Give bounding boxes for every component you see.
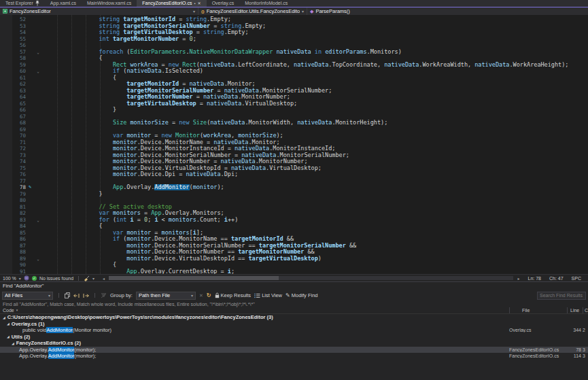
code-line[interactable]: 83⌄ for (int i = 0; i < monitors.Count; … bbox=[0, 217, 588, 224]
result-row[interactable]: public void AddMonitor(Monitor monitor)O… bbox=[0, 327, 588, 334]
code-line[interactable]: 52 string targetMonitorId = string.Empty… bbox=[0, 16, 588, 23]
code-column-header[interactable]: Code▾ bbox=[0, 307, 509, 313]
code-line[interactable]: 55 int targetMonitorNumber = 0; bbox=[0, 36, 588, 43]
scope-dropdown[interactable]: All Files ▾ bbox=[2, 292, 53, 300]
line-number[interactable]: 58 bbox=[12, 55, 26, 62]
code-line[interactable]: 86 if (monitor.Device.MonitorName == tar… bbox=[0, 236, 588, 243]
previous-location-icon[interactable] bbox=[73, 293, 80, 298]
line-number[interactable]: 60 bbox=[12, 68, 26, 75]
line-number[interactable]: 90 bbox=[12, 262, 26, 269]
tab-monitorinfomodel-cs[interactable]: MonitorInfoModel.cs bbox=[239, 0, 293, 7]
code-line[interactable]: 65 targetVirtualDesktop = nativeData.Vir… bbox=[0, 101, 588, 107]
code-line[interactable]: 61 { bbox=[0, 75, 588, 82]
code-line[interactable]: 78✎ App.Overlay.AddMonitor(monitor); bbox=[0, 184, 588, 191]
result-group-row[interactable]: ◢FancyZonesEditorIO.cs (2) bbox=[0, 340, 588, 347]
code-line[interactable]: 67 bbox=[0, 114, 588, 120]
code-line[interactable]: 81 // Set active desktop bbox=[0, 204, 588, 211]
line-number[interactable]: 81 bbox=[12, 204, 26, 211]
code-line[interactable]: 90 { bbox=[0, 262, 588, 269]
expand-triangle-icon[interactable]: ◢ bbox=[7, 334, 10, 339]
project-dropdown[interactable]: FancyZonesEditor ▾ bbox=[0, 7, 198, 15]
chevron-down-icon[interactable]: ▾ bbox=[92, 276, 94, 281]
code-line[interactable]: 62 targetMonitorId = nativeData.Monitor; bbox=[0, 81, 588, 88]
code-line[interactable]: 84 { bbox=[0, 223, 588, 230]
tab-app-xaml-cs[interactable]: App.xaml.cs bbox=[45, 0, 82, 7]
code-line[interactable]: 73 monitor.Device.MonitorSerialNumber = … bbox=[0, 152, 588, 159]
line-number[interactable]: 71 bbox=[12, 139, 26, 146]
line-number[interactable]: 86 bbox=[12, 236, 26, 243]
fold-chevron-icon[interactable]: ⌄ bbox=[34, 68, 42, 75]
code-line[interactable]: 71 monitor.Device.MonitorName = nativeDa… bbox=[0, 139, 588, 146]
line-number[interactable]: 84 bbox=[12, 223, 26, 230]
line-number[interactable]: 56 bbox=[12, 42, 26, 49]
line-number[interactable]: 55 bbox=[12, 36, 26, 43]
scroll-right-icon[interactable]: ▸ bbox=[517, 276, 519, 281]
expand-triangle-icon[interactable]: ◢ bbox=[7, 322, 10, 326]
zoom-chevron-icon[interactable]: ▾ bbox=[19, 276, 21, 281]
result-group-row[interactable]: ◢Overlay.cs (1) bbox=[0, 321, 588, 328]
line-number[interactable]: 87 bbox=[12, 243, 26, 249]
line-number[interactable]: 76 bbox=[12, 171, 26, 178]
column-column-header[interactable]: C bbox=[583, 307, 588, 313]
line-number[interactable]: 70 bbox=[12, 133, 26, 139]
code-line[interactable]: 68 Size monitorSize = new Size(nativeDat… bbox=[0, 120, 588, 126]
result-group-row[interactable]: ◢C:\Users\zhaopengwang\Desktop\powertoys… bbox=[0, 314, 588, 321]
code-line[interactable]: 76 monitor.Device.Dpi = nativeData.Dpi; bbox=[0, 171, 588, 178]
chevron-down-icon[interactable]: ▾ bbox=[302, 9, 304, 14]
file-column-header[interactable]: File bbox=[509, 307, 567, 313]
code-line[interactable]: 64 targetMonitorNumber = nativeData.Moni… bbox=[0, 94, 588, 101]
tab-mainwindow-xaml-cs[interactable]: MainWindow.xaml.cs bbox=[82, 0, 137, 7]
code-line[interactable]: 85 var monitor = monitors[i]; bbox=[0, 230, 588, 237]
tab-overlay-cs[interactable]: Overlay.cs bbox=[207, 0, 240, 7]
line-column-header[interactable]: Line bbox=[567, 307, 583, 313]
line-number[interactable]: 59 bbox=[12, 62, 26, 69]
line-number[interactable]: 62 bbox=[12, 81, 26, 88]
type-dropdown[interactable]: {} FancyZonesEditor.Utils.FancyZonesEdit… bbox=[198, 7, 307, 15]
horizontal-scrollbar[interactable] bbox=[109, 276, 513, 280]
scroll-left-icon[interactable]: ◂ bbox=[103, 276, 105, 281]
code-line[interactable]: 53 string targetMonitorSerialNumber = st… bbox=[0, 23, 588, 30]
code-line[interactable]: 69 bbox=[0, 126, 588, 133]
code-cleanup-icon[interactable] bbox=[84, 275, 90, 281]
expand-triangle-icon[interactable]: ◢ bbox=[3, 315, 5, 319]
line-number[interactable]: 54 bbox=[12, 29, 26, 36]
modify-find-button[interactable]: ✎ Modify Find bbox=[286, 292, 317, 298]
code-line[interactable]: 91 App.Overlay.CurrentDesktop = i; bbox=[0, 269, 588, 275]
line-number[interactable]: 75 bbox=[12, 165, 26, 172]
code-line[interactable]: 89⌄ monitor.Device.VirtualDesktopId == t… bbox=[0, 256, 588, 262]
code-line[interactable]: 82 var monitors = App.Overlay.Monitors; bbox=[0, 210, 588, 217]
line-number[interactable]: 63 bbox=[12, 88, 26, 94]
line-number[interactable]: 57 bbox=[12, 49, 26, 56]
refresh-icon[interactable]: ↻ bbox=[207, 293, 211, 298]
line-number[interactable]: 65 bbox=[12, 101, 26, 107]
group-by-dropdown[interactable]: Path then File ▾ bbox=[136, 292, 196, 300]
line-number[interactable]: 64 bbox=[12, 94, 26, 101]
code-line[interactable]: 75 monitor.Device.VirtualDesktopId = nat… bbox=[0, 165, 588, 172]
line-number[interactable]: 79 bbox=[12, 191, 26, 198]
tab-fancyzoneseditorio-cs[interactable]: FancyZonesEditorIO.cs•✕ bbox=[137, 0, 206, 7]
code-line[interactable]: 72 monitor.Device.MonitorInstanceId = na… bbox=[0, 145, 588, 152]
result-group-row[interactable]: ◢Utils (2) bbox=[0, 334, 588, 341]
line-number[interactable]: 74 bbox=[12, 158, 26, 165]
code-line[interactable]: 58 { bbox=[0, 55, 588, 62]
line-number[interactable]: 61 bbox=[12, 75, 26, 82]
line-number[interactable]: 78 bbox=[12, 184, 26, 191]
scrollbar-thumb[interactable] bbox=[109, 276, 279, 280]
code-line[interactable]: 88 monitor.Device.MonitorNumber == targe… bbox=[0, 249, 588, 256]
line-number[interactable]: 80 bbox=[12, 197, 26, 204]
result-row[interactable]: App.Overlay.AddMonitor(monitor);FancyZon… bbox=[0, 347, 588, 353]
keep-results-toggle[interactable]: Keep Results bbox=[215, 292, 252, 298]
code-line[interactable]: 80 bbox=[0, 197, 588, 204]
close-icon[interactable]: ✕ bbox=[198, 0, 201, 7]
code-line[interactable]: 70 var monitor = new Monitor(workArea, m… bbox=[0, 133, 588, 139]
line-number[interactable]: 67 bbox=[12, 114, 26, 120]
document-health-icon[interactable] bbox=[24, 275, 29, 281]
line-number[interactable]: 88 bbox=[12, 249, 26, 256]
next-location-icon[interactable] bbox=[83, 293, 89, 298]
filter-chevron-icon[interactable]: ▾ bbox=[16, 307, 18, 313]
code-line[interactable]: 59 Rect workArea = new Rect(nativeData.L… bbox=[0, 62, 588, 69]
line-number[interactable]: 52 bbox=[12, 16, 26, 23]
issues-status[interactable]: No issues found bbox=[39, 276, 73, 281]
line-number[interactable]: 91 bbox=[12, 269, 26, 275]
code-editor[interactable]: 52 string targetMonitorId = string.Empty… bbox=[0, 15, 588, 274]
